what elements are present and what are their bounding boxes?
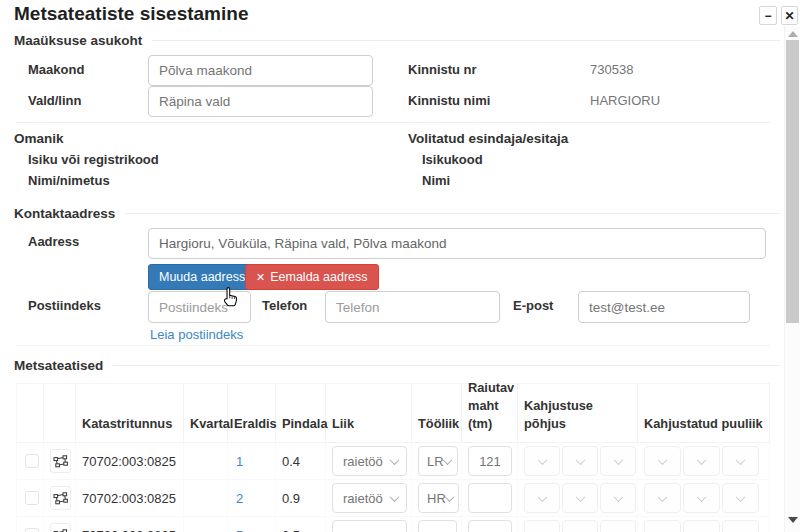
show-on-map-button[interactable] — [50, 449, 71, 473]
eraldis-link[interactable]: 1 — [234, 454, 243, 469]
toolik-select[interactable] — [418, 520, 457, 532]
kahjustus-select[interactable] — [600, 520, 636, 532]
minimize-button[interactable]: − — [759, 6, 777, 25]
maht-input[interactable] — [468, 520, 512, 532]
row-checkbox[interactable] — [25, 454, 39, 468]
owner-code-label: Isiku või registrikood — [28, 152, 159, 167]
col-katastritunnus: Katastritunnus — [76, 383, 184, 443]
kahjustus-select[interactable] — [562, 520, 598, 532]
remove-icon: ✕ — [256, 271, 265, 284]
section-contact: Kontaktaadress — [14, 206, 780, 221]
chevron-down-icon — [390, 455, 400, 465]
table-row-cell — [16, 443, 44, 480]
puuliik-select[interactable] — [644, 520, 681, 532]
show-on-map-button[interactable] — [50, 486, 71, 510]
puuliik-select[interactable] — [722, 520, 759, 532]
kahjustus-select[interactable] — [524, 483, 560, 513]
section-owner-title: Omanik — [14, 131, 64, 146]
kinnistu-nr-label: Kinnistu nr — [408, 62, 477, 77]
page-title: Metsateatiste sisestamine — [14, 3, 248, 25]
scrollbar-up-arrow-icon[interactable] — [788, 31, 798, 37]
map-polygon-icon — [53, 455, 68, 468]
section-owner: Omanik — [14, 131, 390, 146]
eemalda-aadress-button[interactable]: ✕Eemalda aadress — [245, 264, 379, 290]
puuliik-select[interactable] — [722, 483, 759, 513]
kahjustus-select[interactable] — [600, 446, 636, 476]
map-polygon-icon — [53, 492, 68, 505]
muuda-aadress-button[interactable]: Muuda aadress — [148, 264, 256, 290]
chevron-down-icon — [658, 529, 668, 532]
table-row-cell — [44, 443, 76, 480]
vald-label: Vald/linn — [28, 93, 81, 108]
vald-input[interactable] — [148, 86, 373, 117]
aadress-input[interactable] — [148, 228, 766, 259]
pindala-cell: 0.9 — [276, 480, 326, 517]
puuliik-select[interactable] — [683, 483, 720, 513]
liik-select[interactable] — [332, 520, 407, 532]
postiindeks-input[interactable] — [148, 291, 251, 323]
rep-code-label: Isikukood — [422, 152, 483, 167]
liik-cell: raietöö — [326, 443, 412, 480]
puuliik-select[interactable] — [644, 446, 681, 476]
chevron-down-icon — [575, 529, 585, 532]
show-on-map-button[interactable] — [50, 523, 71, 532]
toolik-select[interactable]: LR — [418, 446, 458, 476]
eraldis-link[interactable]: 5 — [234, 528, 243, 532]
maakond-input[interactable] — [148, 55, 373, 86]
maht-cell — [462, 480, 518, 517]
col-liik: Liik — [326, 383, 412, 443]
eraldis-cell: 5 — [228, 517, 276, 532]
katastritunnus-cell: 70702:003:0825 — [76, 443, 184, 480]
eraldis-cell: 1 — [228, 443, 276, 480]
puuliik-cell — [638, 517, 770, 532]
scrollbar-thumb[interactable] — [786, 40, 799, 323]
section-notifications: Metsateatised — [14, 358, 780, 373]
toolik-select[interactable]: HR — [418, 483, 459, 513]
row-checkbox[interactable] — [25, 491, 39, 505]
divider — [16, 345, 770, 346]
puuliik-cell — [638, 480, 770, 517]
maht-input[interactable] — [468, 446, 512, 476]
chevron-down-icon — [537, 492, 547, 502]
chevron-down-icon — [575, 492, 585, 502]
pindala-cell: 0.5 — [276, 517, 326, 532]
puuliik-select[interactable] — [722, 446, 759, 476]
kahjustuse-cell — [518, 443, 638, 480]
epost-input[interactable] — [578, 291, 750, 323]
kinnistu-nimi-label: Kinnistu nimi — [408, 93, 490, 108]
telefon-input[interactable] — [325, 291, 500, 323]
liik-select[interactable]: raietöö — [332, 483, 407, 513]
toolik-cell — [412, 517, 462, 532]
liik-select[interactable]: raietöö — [332, 446, 407, 476]
col-toolik: Tööliik — [412, 383, 462, 443]
col-kahjustatud-puuliik: Kahjustatud puuliik — [638, 383, 770, 443]
chevron-down-icon — [697, 455, 707, 465]
puuliik-select[interactable] — [683, 520, 720, 532]
puuliik-select[interactable] — [683, 446, 720, 476]
notifications-table: Katastritunnus Kvartal Eraldis Pindala L… — [16, 383, 770, 532]
leia-postiindeks-link[interactable]: Leia postiindeks — [150, 327, 243, 342]
chevron-down-icon — [658, 492, 668, 502]
row-checkbox[interactable] — [25, 528, 39, 532]
close-button[interactable]: ✕ — [781, 6, 798, 25]
puuliik-select[interactable] — [644, 483, 681, 513]
kahjustus-select[interactable] — [524, 446, 560, 476]
kahjustus-select[interactable] — [562, 446, 598, 476]
pindala-cell: 0.4 — [276, 443, 326, 480]
kahjustus-select[interactable] — [600, 483, 636, 513]
maht-cell — [462, 443, 518, 480]
toolik-value: LR — [427, 454, 444, 469]
kahjustus-select[interactable] — [562, 483, 598, 513]
katastritunnus-cell: 70702:003:0825 — [76, 517, 184, 532]
section-location: Maaüksuse asukoht — [14, 33, 780, 48]
chevron-down-icon — [390, 492, 400, 502]
divider — [16, 122, 770, 123]
eraldis-link[interactable]: 2 — [234, 491, 243, 506]
chevron-down-icon — [613, 529, 623, 532]
table-row-cell — [44, 517, 76, 532]
section-divider — [125, 213, 780, 214]
kahjustus-select[interactable] — [524, 520, 560, 532]
maakond-label: Maakond — [28, 62, 84, 77]
scrollbar-down-arrow-icon[interactable] — [788, 517, 798, 523]
maht-input[interactable] — [468, 483, 512, 513]
